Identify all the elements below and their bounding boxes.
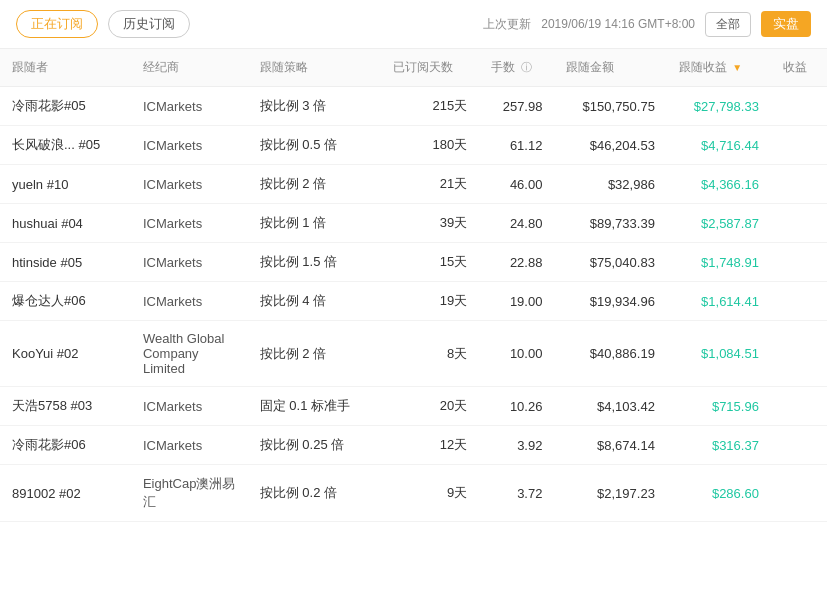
cell-days: 9天: [381, 465, 479, 522]
cell-broker: ICMarkets: [131, 243, 248, 282]
table-container: 跟随者 经纪商 跟随策略 已订阅天数 手数 ⓘ 跟随金额 跟随收益 ▼ 收益 冷…: [0, 49, 827, 522]
table-row: 冷雨花影#05ICMarkets按比例 3 倍215天257.98$150,75…: [0, 87, 827, 126]
cell-broker: ICMarkets: [131, 282, 248, 321]
cell-gain: $286.60: [667, 465, 771, 522]
cell-lots: 3.72: [479, 465, 554, 522]
cell-profit: [771, 87, 827, 126]
cell-broker: ICMarkets: [131, 426, 248, 465]
cell-strategy: 按比例 2 倍: [248, 321, 381, 387]
cell-gain: $1,748.91: [667, 243, 771, 282]
cell-amount: $40,886.19: [554, 321, 666, 387]
cell-amount: $8,674.14: [554, 426, 666, 465]
cell-profit: [771, 387, 827, 426]
cell-gain: $4,366.16: [667, 165, 771, 204]
cell-gain: $2,587.87: [667, 204, 771, 243]
cell-profit: [771, 126, 827, 165]
cell-amount: $2,197.23: [554, 465, 666, 522]
col-header-gain[interactable]: 跟随收益 ▼: [667, 49, 771, 87]
cell-amount: $32,986: [554, 165, 666, 204]
cell-follower: hushuai #04: [0, 204, 131, 243]
cell-broker: EightCap澳洲易汇: [131, 465, 248, 522]
table-row: 爆仓达人#06ICMarkets按比例 4 倍19天19.00$19,934.9…: [0, 282, 827, 321]
cell-profit: [771, 465, 827, 522]
cell-follower: yueln #10: [0, 165, 131, 204]
cell-lots: 61.12: [479, 126, 554, 165]
cell-days: 12天: [381, 426, 479, 465]
cell-days: 8天: [381, 321, 479, 387]
table-row: KooYui #02Wealth Global Company Limited按…: [0, 321, 827, 387]
last-update-label: 上次更新: [483, 16, 531, 33]
cell-profit: [771, 321, 827, 387]
cell-strategy: 按比例 0.2 倍: [248, 465, 381, 522]
table-row: 长风破浪... #05ICMarkets按比例 0.5 倍180天61.12$4…: [0, 126, 827, 165]
cell-days: 39天: [381, 204, 479, 243]
col-header-profit: 收益: [771, 49, 827, 87]
cell-strategy: 按比例 2 倍: [248, 165, 381, 204]
cell-amount: $19,934.96: [554, 282, 666, 321]
cell-lots: 10.26: [479, 387, 554, 426]
cell-profit: [771, 282, 827, 321]
col-header-broker: 经纪商: [131, 49, 248, 87]
cell-days: 20天: [381, 387, 479, 426]
cell-follower: htinside #05: [0, 243, 131, 282]
cell-days: 21天: [381, 165, 479, 204]
cell-follower: 爆仓达人#06: [0, 282, 131, 321]
all-button[interactable]: 全部: [705, 12, 751, 37]
cell-follower: KooYui #02: [0, 321, 131, 387]
cell-amount: $75,040.83: [554, 243, 666, 282]
lots-info-icon: ⓘ: [521, 61, 532, 73]
cell-gain: $4,716.44: [667, 126, 771, 165]
col-header-amount: 跟随金额: [554, 49, 666, 87]
cell-strategy: 按比例 1.5 倍: [248, 243, 381, 282]
cell-broker: ICMarkets: [131, 126, 248, 165]
cell-follower: 天浩5758 #03: [0, 387, 131, 426]
cell-profit: [771, 204, 827, 243]
top-bar: 正在订阅 历史订阅 上次更新 2019/06/19 14:16 GMT+8:00…: [0, 0, 827, 49]
cell-profit: [771, 165, 827, 204]
cell-broker: ICMarkets: [131, 204, 248, 243]
cell-lots: 257.98: [479, 87, 554, 126]
col-header-days: 已订阅天数: [381, 49, 479, 87]
cell-profit: [771, 243, 827, 282]
col-header-lots: 手数 ⓘ: [479, 49, 554, 87]
cell-profit: [771, 426, 827, 465]
cell-broker: ICMarkets: [131, 165, 248, 204]
col-header-follower: 跟随者: [0, 49, 131, 87]
cell-follower: 891002 #02: [0, 465, 131, 522]
cell-strategy: 按比例 0.5 倍: [248, 126, 381, 165]
cell-days: 180天: [381, 126, 479, 165]
cell-amount: $46,204.53: [554, 126, 666, 165]
cell-gain: $316.37: [667, 426, 771, 465]
buy-button[interactable]: 实盘: [761, 11, 811, 37]
table-row: yueln #10ICMarkets按比例 2 倍21天46.00$32,986…: [0, 165, 827, 204]
active-subscription-button[interactable]: 正在订阅: [16, 10, 98, 38]
cell-amount: $150,750.75: [554, 87, 666, 126]
cell-broker: Wealth Global Company Limited: [131, 321, 248, 387]
cell-lots: 24.80: [479, 204, 554, 243]
cell-lots: 10.00: [479, 321, 554, 387]
table-row: htinside #05ICMarkets按比例 1.5 倍15天22.88$7…: [0, 243, 827, 282]
cell-broker: ICMarkets: [131, 387, 248, 426]
top-bar-right: 上次更新 2019/06/19 14:16 GMT+8:00 全部 实盘: [483, 11, 811, 37]
cell-strategy: 按比例 4 倍: [248, 282, 381, 321]
cell-strategy: 按比例 3 倍: [248, 87, 381, 126]
subscriptions-table: 跟随者 经纪商 跟随策略 已订阅天数 手数 ⓘ 跟随金额 跟随收益 ▼ 收益 冷…: [0, 49, 827, 522]
last-update-time: 2019/06/19 14:16 GMT+8:00: [541, 17, 695, 31]
table-row: 天浩5758 #03ICMarkets固定 0.1 标准手20天10.26$4,…: [0, 387, 827, 426]
cell-broker: ICMarkets: [131, 87, 248, 126]
cell-strategy: 按比例 0.25 倍: [248, 426, 381, 465]
cell-lots: 46.00: [479, 165, 554, 204]
cell-amount: $89,733.39: [554, 204, 666, 243]
cell-lots: 22.88: [479, 243, 554, 282]
cell-amount: $4,103.42: [554, 387, 666, 426]
cell-lots: 3.92: [479, 426, 554, 465]
table-header-row: 跟随者 经纪商 跟随策略 已订阅天数 手数 ⓘ 跟随金额 跟随收益 ▼ 收益: [0, 49, 827, 87]
gain-sort-icon: ▼: [732, 62, 742, 73]
cell-follower: 长风破浪... #05: [0, 126, 131, 165]
history-subscription-button[interactable]: 历史订阅: [108, 10, 190, 38]
table-body: 冷雨花影#05ICMarkets按比例 3 倍215天257.98$150,75…: [0, 87, 827, 522]
cell-follower: 冷雨花影#06: [0, 426, 131, 465]
cell-days: 19天: [381, 282, 479, 321]
cell-days: 215天: [381, 87, 479, 126]
cell-gain: $27,798.33: [667, 87, 771, 126]
